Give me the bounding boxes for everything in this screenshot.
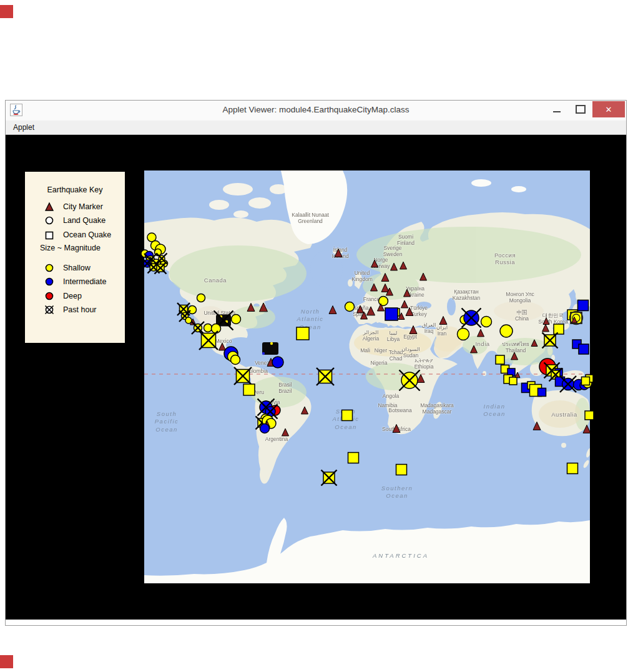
city-marker[interactable] xyxy=(247,304,255,312)
maximize-button[interactable] xyxy=(571,101,590,117)
city-marker[interactable] xyxy=(329,306,336,314)
land-quake-marker[interactable] xyxy=(189,306,197,314)
land-quake-marker[interactable] xyxy=(197,294,205,302)
city-marker[interactable] xyxy=(439,317,447,325)
circle-icon xyxy=(44,263,55,273)
legend-label: Past hour xyxy=(63,305,97,314)
city-marker[interactable] xyxy=(406,308,413,316)
city-marker[interactable] xyxy=(391,263,398,270)
land-quake-marker[interactable] xyxy=(231,355,240,365)
land-quake-marker[interactable] xyxy=(185,317,192,324)
city-marker[interactable] xyxy=(420,273,427,280)
ocean-quake-marker[interactable] xyxy=(396,465,407,475)
land-quake-marker[interactable] xyxy=(400,370,420,391)
applet-viewer-window: Applet Viewer: module4.EarthquakeCityMap… xyxy=(5,100,627,626)
circle-icon xyxy=(44,277,55,287)
city-marker[interactable] xyxy=(371,260,378,267)
ocean-quake-marker[interactable] xyxy=(385,308,398,320)
land-quake-marker[interactable] xyxy=(500,325,513,337)
city-marker[interactable] xyxy=(478,329,484,337)
city-marker[interactable] xyxy=(381,274,389,282)
city-marker[interactable] xyxy=(531,340,537,347)
minimize-button[interactable] xyxy=(547,101,566,117)
land-quake-marker[interactable] xyxy=(481,317,492,327)
ocean-quake-marker[interactable] xyxy=(316,368,334,385)
city-marker[interactable] xyxy=(417,375,424,383)
ocean-quake-marker[interactable] xyxy=(567,463,578,474)
legend-row-shallow: Shallow xyxy=(44,263,91,273)
quake-markers-layer xyxy=(144,170,590,583)
x-circle-icon xyxy=(44,305,55,315)
screen-marker-bottom xyxy=(0,655,13,668)
legend-label: City Marker xyxy=(63,202,103,211)
ocean-quake-marker[interactable] xyxy=(199,331,218,350)
city-marker[interactable] xyxy=(404,289,411,297)
city-marker[interactable] xyxy=(357,305,364,313)
ocean-quake-marker[interactable] xyxy=(155,262,167,274)
city-marker[interactable] xyxy=(515,372,520,378)
land-quake-marker[interactable] xyxy=(458,329,469,340)
city-marker[interactable] xyxy=(410,326,417,334)
city-marker[interactable] xyxy=(260,303,268,312)
ocean-quake-marker[interactable] xyxy=(234,367,252,385)
circle-icon xyxy=(44,291,55,301)
land-quake-marker[interactable] xyxy=(379,297,388,306)
city-marker[interactable] xyxy=(543,318,549,325)
city-marker[interactable] xyxy=(401,300,408,308)
city-marker[interactable] xyxy=(511,352,518,360)
land-quake-marker[interactable] xyxy=(260,424,270,433)
ocean-quake-marker[interactable] xyxy=(321,470,337,486)
world-map[interactable]: CanadaUnited StatesMexicoKalaallit Nunaa… xyxy=(144,170,590,583)
ocean-quake-marker[interactable] xyxy=(542,333,558,348)
land-quake-marker[interactable] xyxy=(204,324,212,332)
ocean-quake-marker[interactable] xyxy=(578,300,589,311)
city-marker[interactable] xyxy=(282,428,289,436)
city-marker[interactable] xyxy=(335,249,342,257)
window-title: Applet Viewer: module4.EarthquakeCityMap… xyxy=(6,105,626,114)
ocean-quake-marker[interactable] xyxy=(348,453,359,463)
land-quake-marker[interactable] xyxy=(232,315,241,324)
legend-size-note: Size ~ Magnitude xyxy=(40,244,101,252)
ocean-quake-marker[interactable] xyxy=(585,411,594,420)
titlebar: Applet Viewer: module4.EarthquakeCityMap… xyxy=(6,101,626,121)
marker-cluster[interactable] xyxy=(262,342,278,355)
city-marker[interactable] xyxy=(400,262,407,269)
menubar: Applet xyxy=(6,121,626,135)
city-marker[interactable] xyxy=(583,425,591,433)
legend-row-city-marker: City Marker xyxy=(44,202,103,212)
city-marker[interactable] xyxy=(393,425,400,433)
earthquake-key-legend: Earthquake Key City MarkerLand QuakeOcea… xyxy=(25,172,125,343)
ocean-quake-marker[interactable] xyxy=(582,377,590,385)
land-quake-marker[interactable] xyxy=(462,309,481,328)
ocean-quake-marker[interactable] xyxy=(342,410,353,421)
ocean-quake-marker[interactable] xyxy=(538,388,546,397)
land-quake-marker[interactable] xyxy=(212,324,221,334)
land-quake-marker[interactable] xyxy=(345,302,355,312)
land-quake-marker[interactable] xyxy=(272,357,283,368)
city-marker[interactable] xyxy=(367,307,375,315)
ocean-quake-marker[interactable] xyxy=(554,324,564,334)
screen-marker-top xyxy=(0,5,13,18)
city-marker[interactable] xyxy=(381,284,389,292)
city-marker[interactable] xyxy=(471,345,478,353)
city-marker[interactable] xyxy=(533,422,541,430)
legend-label: Land Quake xyxy=(63,216,106,225)
city-marker[interactable] xyxy=(219,343,226,350)
city-marker[interactable] xyxy=(542,324,549,332)
legend-row-deep: Deep xyxy=(44,291,82,301)
applet-canvas: Earthquake Key City MarkerLand QuakeOcea… xyxy=(6,135,626,620)
ocean-quake-marker[interactable] xyxy=(297,327,309,340)
close-button[interactable]: ✕ xyxy=(592,101,625,117)
ocean-quake-marker[interactable] xyxy=(496,355,504,364)
menu-item-applet[interactable]: Applet xyxy=(6,123,42,132)
land-quake-marker[interactable] xyxy=(192,322,204,334)
circle-icon xyxy=(44,215,55,225)
city-marker[interactable] xyxy=(302,407,308,414)
legend-row-ocean-quake: Ocean Quake xyxy=(44,230,111,240)
legend-row-intermediate: Intermediate xyxy=(44,277,106,287)
ocean-quake-marker[interactable] xyxy=(579,344,589,354)
city-marker[interactable] xyxy=(371,284,378,291)
legend-label: Ocean Quake xyxy=(63,230,111,239)
ocean-quake-marker[interactable] xyxy=(509,377,517,385)
ocean-quake-marker[interactable] xyxy=(243,384,255,395)
